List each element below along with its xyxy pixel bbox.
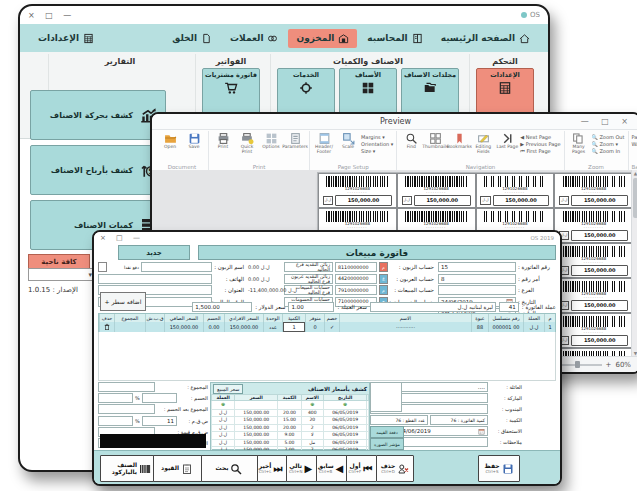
preview-item-bookmarks[interactable]: Bookmarks [448,132,470,150]
account-tag[interactable]: ع [379,274,388,284]
account-name-field[interactable]: زبائن النقديه عربون فرع الحاليه [284,274,333,284]
tab-settings[interactable]: الإعدادات [30,29,102,48]
grid-cell[interactable]: 1 [544,322,555,332]
grid-cell[interactable]: عدد [263,322,282,332]
keyword-filter-combo[interactable]: ▾ [28,268,96,281]
toolbar-nav-أخير-button[interactable]: ⏭أخيرCtrl+L [254,455,287,482]
preview-scrollbar[interactable]: ▲ ▼ [631,170,637,357]
toolbar-delete-button[interactable]: حذفCtrl+D [376,455,414,482]
preview-menu-item[interactable]: ⏮ First Page [520,148,560,155]
tab-الخلق[interactable]: الخلق [164,29,220,48]
grid-cell[interactable]: 88 [471,322,488,332]
form-field-رقم الفاتورة :[interactable]: 15 [438,262,516,272]
preview-menu-item[interactable]: Size ▾ [361,148,393,154]
customer-field-اسم الزبون :[interactable] [141,262,212,272]
toolbar-search-button[interactable]: بحث [200,455,258,482]
total-value-field[interactable] [98,416,133,426]
keyword-filter-header[interactable]: كافة ناحية [28,254,90,269]
account-tag[interactable]: م [379,262,388,272]
account-number-field[interactable]: 4420000000 [335,274,377,284]
delete-row-icon[interactable] [99,322,114,332]
preview-menu-item[interactable]: Margins ▾ [361,134,393,140]
total-value-field[interactable] [98,393,133,403]
tab-المحاسبه[interactable]: المحاسبه [359,29,430,48]
preview-menu-item[interactable]: 🔍 Zoom In [592,148,625,154]
total-percent-field[interactable] [142,393,177,403]
grid-cell[interactable]: 00 000001 [488,322,523,332]
filter-plus-icon[interactable]: ⊕ [221,401,225,407]
tab-العملات[interactable]: العملات [222,29,286,48]
total-value-field[interactable] [98,404,155,414]
preview-item-editing-fields[interactable]: Editing Fields [472,132,494,154]
price-filter-cell[interactable]: ⊕ [323,401,366,410]
price-filter-cell[interactable] [367,401,369,410]
main-window-controls[interactable]: × □ — [28,11,75,20]
new-invoice-button[interactable]: جديد [118,245,190,260]
preview-item-print[interactable]: Print [212,132,234,150]
sale-price-button[interactable]: سعر المبيع [213,384,243,394]
total-value-field[interactable] [98,382,155,392]
report-button-كشف بحركة الاصناف[interactable]: كشف بحركة الاصناف [30,90,166,140]
preview-menu-item[interactable]: 🔍 Zoom Out [592,134,625,140]
currency-name-field[interactable]: ليرة لبنانيه ل.ل [370,302,496,312]
tab-الصفحه الرئيسيه[interactable]: الصفحه الرئيسيه [433,29,538,48]
grid-cell[interactable]: ل.ل [523,322,544,332]
toolbar-nav-سابق-button[interactable]: ◀سابقCtrl+B [314,455,347,482]
preview-menu-item[interactable]: ▶ Previous Page [520,141,560,147]
zoom-in-icon[interactable]: + [606,361,612,369]
customer-field-الهاتف :[interactable] [98,274,212,284]
dollar-rate-field[interactable]: 1,500.00 [192,302,252,312]
preview-menu-item[interactable]: 🔍 Zoom ▾ [592,141,625,147]
account-name-field[interactable]: زبائن النقديه فرع الحاليه [284,262,333,272]
price-row[interactable]: 06/05/201940020.00150,000.00ل.ل [212,409,369,417]
account-number-field[interactable]: 8110000000 [335,262,377,272]
toolbar-save-button[interactable]: حفظCtrl+S [478,455,520,482]
zoom-slider-knob[interactable] [575,361,580,368]
preview-item-open[interactable]: Open [159,132,181,150]
preview-menu-item[interactable]: ◀ Next Page [520,134,560,140]
preview-item-options[interactable]: Options [260,132,282,150]
toolbar-nav-تالي-button[interactable]: ▶تاليCtrl+N [284,455,317,482]
scrollbar-thumb[interactable] [633,178,637,218]
price-filter-cell[interactable] [278,401,301,410]
preview-item-quick-print[interactable]: Quick Print [236,132,258,154]
cash-payment-checkbox[interactable] [98,262,107,272]
side-button-مؤشر الصوره[interactable]: مؤشر الصوره [370,438,404,450]
invoice-window-controls[interactable]: × □ — [100,234,144,242]
due-date-field[interactable]: 24/06/2019 [396,426,488,436]
preview-menu-item[interactable]: Watermark [632,141,637,147]
preview-item-many-pages[interactable]: Many Pages [568,132,590,154]
preview-item-save[interactable]: Save [183,132,205,150]
grid-cell[interactable] [145,322,164,332]
account-tag[interactable]: م [379,285,388,295]
total-percent-field[interactable]: 11 [142,416,177,426]
price-row[interactable]: 06/05/20192015.00150,000.00ل.ل [212,417,369,425]
filter-plus-icon[interactable]: ⊕ [343,401,347,407]
report-button-كشف بأرباح الاصناف[interactable]: $كشف بأرباح الاصناف [30,145,166,195]
tab-المخزون[interactable]: المخزون [288,29,357,48]
grid-cell[interactable]: 150,000.00 [224,322,263,332]
price-filter-cell[interactable] [235,401,278,410]
preview-item-parameters[interactable]: Parameters [284,132,306,150]
preview-item-scale[interactable]: Scale [337,132,359,150]
filter-plus-icon[interactable]: ⊕ [310,401,314,407]
side-button-دفعة القيمه[interactable]: دفعة القيمه [370,426,404,438]
preview-item-thumbnails[interactable]: Thumbnails [424,132,446,150]
toolbar-barcode-button[interactable]: الصنف بالباركود [100,455,154,482]
price-row[interactable]: 06/05/2019لا9.00150,000.00ل.ل [212,432,369,440]
price-row[interactable]: 06/05/2019220.00150,000.00ل.ل [212,424,369,432]
preview-window-controls[interactable]: — □ × [581,117,633,126]
scroll-up-icon[interactable]: ▲ [632,171,637,176]
form-field-الفرع :[interactable] [438,285,516,295]
grid-cell[interactable]: 0 [305,322,324,332]
currency-code-field[interactable]: 41 [499,302,519,312]
toolbar-nav-أول-button[interactable]: ⏮أولCtrl+F [344,455,377,482]
preview-item-find[interactable]: Find [400,132,422,150]
grid-cell[interactable]: ············ [339,322,471,332]
price-filter-cell[interactable]: ⊕ [212,401,235,410]
grid-cell[interactable]: 150,000.00 [164,322,203,332]
toolbar-entries-button[interactable]: القيود [152,455,202,482]
grid-cell[interactable]: 1 [282,322,305,332]
preview-menu-item[interactable]: Page Color ▾ [632,134,637,140]
currency-rate-field[interactable]: 1.00 [288,302,334,312]
